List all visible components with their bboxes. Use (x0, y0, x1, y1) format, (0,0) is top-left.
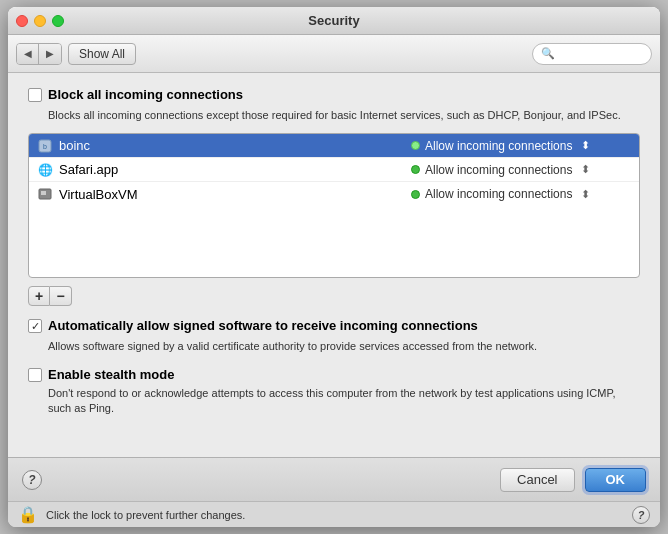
app-name-safari: Safari.app (59, 162, 411, 177)
search-box: 🔍 (532, 43, 652, 65)
search-input[interactable] (559, 47, 643, 61)
add-app-button[interactable]: + (28, 286, 50, 306)
lock-text: Click the lock to prevent further change… (46, 509, 245, 521)
auto-signed-checkbox[interactable] (28, 319, 42, 333)
help-button[interactable]: ? (22, 470, 42, 490)
svg-rect-3 (41, 191, 46, 195)
lock-icon[interactable]: 🔒 (18, 505, 38, 524)
close-button[interactable] (16, 15, 28, 27)
status-text-virtualbox: Allow incoming connections (425, 187, 572, 201)
bottom-bar: ? Cancel OK (8, 457, 660, 501)
app-icon-safari: 🌐 (37, 162, 53, 178)
app-status-boinc: Allow incoming connections ⬍ (411, 139, 631, 153)
lock-area: 🔒 Click the lock to prevent further chan… (8, 501, 660, 527)
status-text-boinc: Allow incoming connections (425, 139, 572, 153)
window-buttons (16, 15, 64, 27)
maximize-button[interactable] (52, 15, 64, 27)
svg-text:b: b (43, 143, 47, 150)
search-icon: 🔍 (541, 47, 555, 60)
stealth-row: Enable stealth mode (28, 367, 640, 382)
stealth-mode-checkbox[interactable] (28, 368, 42, 382)
auto-signed-row: Automatically allow signed software to r… (28, 318, 640, 333)
chevron-icon-virtualbox: ⬍ (581, 188, 590, 201)
action-buttons: Cancel OK (500, 468, 646, 492)
main-content: Block all incoming connections Blocks al… (8, 73, 660, 457)
help-corner-button[interactable]: ? (632, 506, 650, 524)
titlebar: Security (8, 7, 660, 35)
status-dot-boinc (411, 141, 420, 150)
list-row[interactable]: 🌐 Safari.app Allow incoming connections … (29, 158, 639, 182)
cancel-button[interactable]: Cancel (500, 468, 574, 492)
window-title: Security (308, 13, 359, 28)
auto-signed-label: Automatically allow signed software to r… (48, 318, 478, 333)
security-window: Security ◀ ▶ Show All 🔍 Block all incomi… (8, 7, 660, 527)
remove-app-button[interactable]: − (50, 286, 72, 306)
status-dot-virtualbox (411, 190, 420, 199)
list-row[interactable]: b boinc Allow incoming connections ⬍ (29, 134, 639, 158)
list-buttons: + − (28, 286, 640, 306)
stealth-mode-desc: Don't respond to or acknowledge attempts… (48, 386, 640, 417)
auto-signed-desc: Allows software signed by a valid certif… (48, 339, 640, 354)
app-name-boinc: boinc (59, 138, 411, 153)
show-all-button[interactable]: Show All (68, 43, 136, 65)
minimize-button[interactable] (34, 15, 46, 27)
app-list: b boinc Allow incoming connections ⬍ 🌐 S… (28, 133, 640, 278)
stealth-mode-label: Enable stealth mode (48, 367, 174, 382)
status-dot-safari (411, 165, 420, 174)
forward-button[interactable]: ▶ (39, 44, 61, 64)
block-incoming-checkbox[interactable] (28, 88, 42, 102)
back-button[interactable]: ◀ (17, 44, 39, 64)
toolbar: ◀ ▶ Show All 🔍 (8, 35, 660, 73)
app-icon-boinc: b (37, 138, 53, 154)
block-incoming-desc: Blocks all incoming connections except t… (48, 108, 640, 123)
block-incoming-row: Block all incoming connections (28, 87, 640, 102)
ok-button[interactable]: OK (585, 468, 647, 492)
list-row[interactable]: VirtualBoxVM Allow incoming connections … (29, 182, 639, 206)
nav-group: ◀ ▶ (16, 43, 62, 65)
chevron-icon-boinc: ⬍ (581, 139, 590, 152)
app-status-safari: Allow incoming connections ⬍ (411, 163, 631, 177)
chevron-icon-safari: ⬍ (581, 163, 590, 176)
app-icon-virtualbox (37, 186, 53, 202)
block-incoming-label: Block all incoming connections (48, 87, 243, 102)
app-name-virtualbox: VirtualBoxVM (59, 187, 411, 202)
app-status-virtualbox: Allow incoming connections ⬍ (411, 187, 631, 201)
status-text-safari: Allow incoming connections (425, 163, 572, 177)
